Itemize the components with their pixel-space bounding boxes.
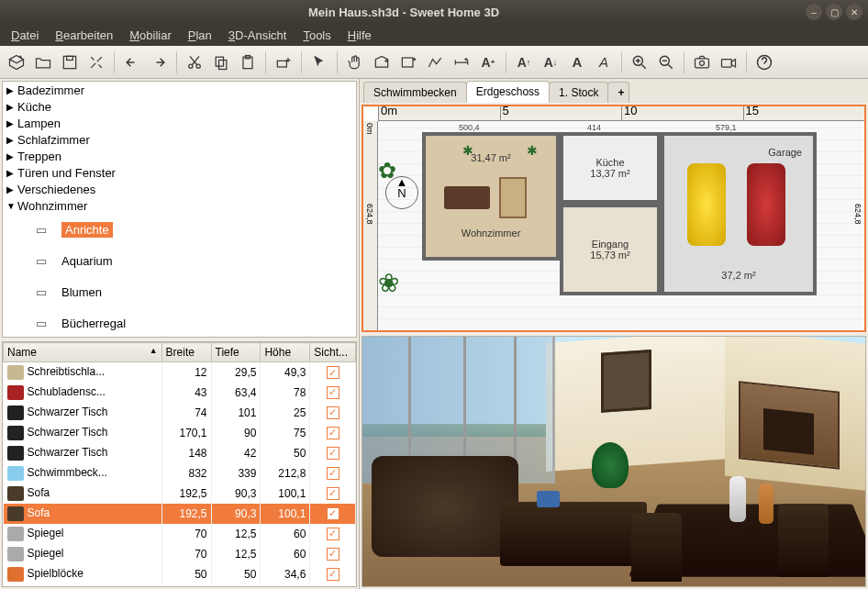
- undo-button[interactable]: [119, 50, 145, 75]
- visibility-checkbox[interactable]: ✓: [327, 366, 339, 379]
- create-polyline-tool[interactable]: [422, 50, 448, 75]
- new-button[interactable]: [4, 50, 29, 75]
- select-tool[interactable]: [306, 50, 332, 75]
- visibility-checkbox[interactable]: ✓: [327, 406, 339, 419]
- plan-view[interactable]: 0m51015 0m 624,8 N▲ 500,4 414 579,1 31,4…: [362, 105, 866, 332]
- menu-mobiliar[interactable]: Mobiliar: [122, 27, 179, 44]
- catalog-category[interactable]: ▶Verschiedenes: [3, 181, 356, 197]
- svg-rect-12: [696, 58, 709, 67]
- visibility-checkbox[interactable]: ✓: [327, 548, 339, 561]
- level-tab[interactable]: 1. Stock: [549, 82, 608, 103]
- redo-button[interactable]: [146, 50, 172, 75]
- table-row[interactable]: Schreibtischla...1229,549,3✓: [4, 362, 356, 383]
- visibility-checkbox[interactable]: ✓: [327, 447, 339, 460]
- visibility-checkbox[interactable]: ✓: [327, 528, 339, 540]
- catalog-category[interactable]: ▼Wohnzimmer: [3, 197, 356, 214]
- level-tab[interactable]: Schwimmbecken: [363, 82, 467, 103]
- minimize-button[interactable]: –: [806, 4, 822, 20]
- table-row[interactable]: Schubladensc...4363,478✓: [4, 383, 356, 403]
- table-row[interactable]: Schwarzer Tisch170,19075✓: [4, 423, 356, 443]
- visibility-checkbox[interactable]: ✓: [327, 427, 339, 439]
- furniture-list[interactable]: Name▲BreiteTiefeHöheSicht...Schreibtisch…: [2, 341, 357, 587]
- pan-tool[interactable]: [342, 50, 368, 75]
- menu-plan[interactable]: Plan: [181, 27, 219, 44]
- column-header[interactable]: Tiefe: [211, 343, 261, 362]
- menu-tools[interactable]: Tools: [295, 27, 338, 44]
- catalog-category[interactable]: ▶Türen und Fenster: [3, 164, 356, 181]
- add-level-button[interactable]: +: [607, 82, 629, 103]
- 3d-view[interactable]: [362, 336, 866, 587]
- furniture-thumb-icon: ▭: [28, 217, 54, 241]
- table-row[interactable]: Schwarzer Tisch1484250✓: [4, 443, 356, 463]
- increase-text-button[interactable]: A↑: [511, 50, 537, 75]
- table-row[interactable]: Sofa192,590,3100,1✓: [4, 504, 356, 524]
- bold-button[interactable]: A: [564, 50, 590, 75]
- svg-rect-0: [63, 56, 75, 68]
- save-button[interactable]: [57, 50, 83, 75]
- italic-button[interactable]: A: [591, 50, 617, 75]
- help-button[interactable]: [751, 50, 777, 75]
- catalog-item[interactable]: ▭Bücherregal: [3, 307, 356, 338]
- plan-canvas[interactable]: N▲ 500,4 414 579,1 31,47 m² Wohnzimmer ✱…: [378, 121, 864, 330]
- wall: [725, 336, 866, 491]
- expand-arrow-icon: ▶: [6, 184, 17, 194]
- paste-button[interactable]: [235, 50, 261, 75]
- catalog-category[interactable]: ▶Badezimmer: [3, 82, 356, 98]
- column-header[interactable]: Sicht...: [310, 343, 356, 362]
- decrease-text-button[interactable]: A↓: [538, 50, 563, 75]
- menu-bearbeiten[interactable]: Bearbeiten: [48, 27, 120, 44]
- open-button[interactable]: [30, 50, 56, 75]
- table-row[interactable]: Sofa192,590,3100,1✓: [4, 483, 356, 504]
- create-dimensions-tool[interactable]: [449, 50, 474, 75]
- add-furniture-button[interactable]: [271, 50, 296, 75]
- svg-rect-4: [216, 57, 223, 66]
- visibility-checkbox[interactable]: ✓: [327, 568, 339, 581]
- maximize-button[interactable]: ▢: [826, 4, 842, 20]
- svg-point-3: [196, 64, 200, 68]
- catalog-category[interactable]: ▶Schlafzimmer: [3, 131, 356, 148]
- catalog-category[interactable]: ▶Lampen: [3, 115, 356, 131]
- column-header[interactable]: Breite: [161, 343, 211, 362]
- catalog-item[interactable]: ▭Blumen: [3, 276, 356, 307]
- create-walls-tool[interactable]: [369, 50, 395, 75]
- close-button[interactable]: ✕: [846, 4, 862, 20]
- table-row[interactable]: Spielblöcke505034,6✓: [4, 564, 356, 584]
- table-row[interactable]: Schwimmbeck...832339212,8✓: [4, 463, 356, 483]
- visibility-checkbox[interactable]: ✓: [327, 487, 339, 500]
- menu-hilfe[interactable]: Hilfe: [340, 27, 379, 44]
- catalog-category[interactable]: ▶Küche: [3, 98, 356, 115]
- furniture-row-icon: [7, 486, 24, 501]
- furniture-catalog[interactable]: ▶Badezimmer▶Küche▶Lampen▶Schlafzimmer▶Tr…: [2, 81, 357, 338]
- zoom-in-button[interactable]: [627, 50, 652, 75]
- catalog-item[interactable]: ▭Anrichte: [3, 214, 356, 245]
- furniture-thumb-icon: ▭: [28, 311, 54, 335]
- photo-button[interactable]: [689, 50, 715, 75]
- table-row[interactable]: Spiegel7012,560✓: [4, 524, 356, 544]
- menu-datei[interactable]: Datei: [4, 27, 46, 44]
- visibility-checkbox[interactable]: ✓: [327, 507, 339, 520]
- plant-icon: ✱: [462, 143, 473, 154]
- column-header[interactable]: Name▲: [4, 343, 162, 362]
- level-tab[interactable]: Erdgeschoss: [466, 81, 550, 103]
- preferences-button[interactable]: [83, 50, 109, 75]
- visibility-checkbox[interactable]: ✓: [327, 467, 339, 480]
- visibility-checkbox[interactable]: ✓: [327, 386, 339, 399]
- titlebar: Mein Haus.sh3d - Sweet Home 3D – ▢ ✕: [0, 0, 868, 24]
- table-row[interactable]: Schwarzer Tisch7410125✓: [4, 403, 356, 423]
- create-text-tool[interactable]: A+: [475, 50, 501, 75]
- copy-button[interactable]: [208, 50, 234, 75]
- svg-point-13: [700, 61, 705, 65]
- cut-button[interactable]: [182, 50, 207, 75]
- zoom-out-button[interactable]: [653, 50, 679, 75]
- tree-icon: ❀: [378, 268, 399, 298]
- column-header[interactable]: Höhe: [261, 343, 310, 362]
- menu-3d-ansicht[interactable]: 3D-Ansicht: [221, 27, 295, 44]
- catalog-category[interactable]: ▶Treppen: [3, 148, 356, 164]
- catalog-item[interactable]: ▭Aquarium: [3, 245, 356, 276]
- furniture-row-icon: [7, 385, 24, 400]
- table-row[interactable]: Spiegel7012,560✓: [4, 544, 356, 564]
- chair-icon: [778, 504, 829, 577]
- create-rooms-tool[interactable]: [395, 50, 421, 75]
- bottle-icon: [729, 476, 746, 522]
- video-button[interactable]: [716, 50, 741, 75]
